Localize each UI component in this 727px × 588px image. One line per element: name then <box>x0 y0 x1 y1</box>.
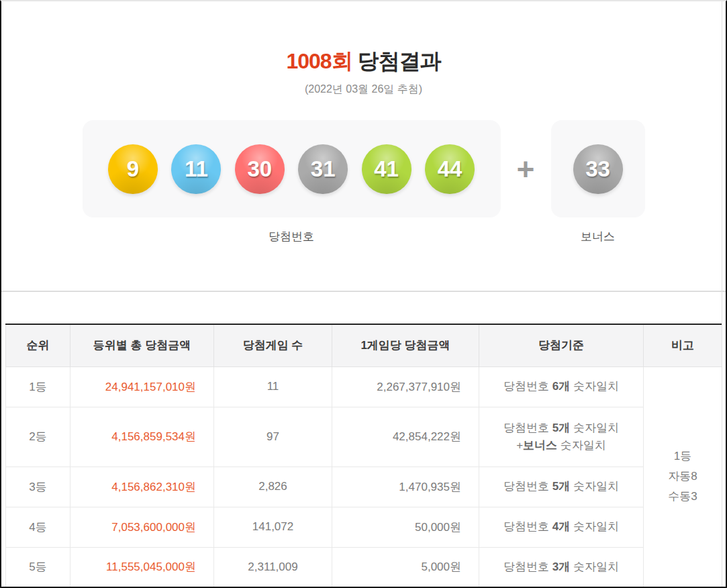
cell-criteria: 당첨번호 3개 숫자일치 <box>479 547 644 587</box>
table-row: 2등4,156,859,534원9742,854,222원당첨번호 5개 숫자일… <box>6 407 722 467</box>
cell-games: 141,072 <box>214 507 332 547</box>
cell-games: 2,311,009 <box>214 547 332 587</box>
bonus-ball-33: 33 <box>573 144 623 194</box>
table-row: 4등7,053,600,000원141,07250,000원당첨번호 4개 숫자… <box>6 507 722 547</box>
cell-amount-per: 50,000원 <box>332 507 479 547</box>
result-header: 1008회 당첨결과 (2022년 03월 26일 추첨) <box>1 1 726 95</box>
cell-amount-total: 7,053,600,000원 <box>70 507 214 547</box>
winning-ball-30: 30 <box>235 144 285 194</box>
column-header-3: 1게임당 당첨금액 <box>332 324 479 366</box>
cell-criteria: 당첨번호 5개 숫자일치+보너스 숫자일치 <box>479 407 644 467</box>
table-row: 5등11,555,045,000원2,311,0095,000원당첨번호 3개 … <box>6 547 722 587</box>
round-number: 1008회 <box>286 49 352 73</box>
cell-amount-per: 2,267,377,910원 <box>332 366 479 407</box>
page-title: 1008회 당첨결과 <box>1 48 726 74</box>
column-header-4: 당첨기준 <box>479 324 644 366</box>
plus-wrap: + <box>501 154 551 185</box>
cell-amount-per: 42,854,222원 <box>332 407 479 467</box>
column-header-2: 당첨게임 수 <box>214 324 332 366</box>
cell-note: 1등자동8수동3 <box>644 366 722 587</box>
ball-labels-row: 당첨번호 보너스 <box>1 229 726 244</box>
winning-ball-9: 9 <box>108 144 158 194</box>
bonus-label: 보너스 <box>551 229 645 244</box>
winning-numbers-box: 91130314144 <box>83 120 501 217</box>
cell-criteria: 당첨번호 6개 숫자일치 <box>479 366 644 407</box>
draw-date: (2022년 03월 26일 추첨) <box>1 83 726 95</box>
cell-criteria: 당첨번호 4개 숫자일치 <box>479 507 644 547</box>
cell-rank: 3등 <box>6 467 70 507</box>
cell-games: 2,826 <box>214 467 332 507</box>
cell-rank: 4등 <box>6 507 70 547</box>
prize-table-body: 1등24,941,157,010원112,267,377,910원당첨번호 6개… <box>6 366 722 587</box>
section-divider <box>1 291 726 292</box>
bonus-box: 33 <box>551 120 645 217</box>
winning-ball-44: 44 <box>425 144 475 194</box>
cell-rank: 2등 <box>6 407 70 467</box>
winning-ball-41: 41 <box>362 144 411 194</box>
winning-ball-31: 31 <box>298 144 348 194</box>
cell-amount-total: 4,156,859,534원 <box>70 407 214 467</box>
cell-amount-total: 11,555,045,000원 <box>70 547 214 587</box>
table-row: 3등4,156,862,310원2,8261,470,935원당첨번호 5개 숫… <box>6 467 722 507</box>
cell-amount-total: 24,941,157,010원 <box>70 366 214 407</box>
cell-rank: 1등 <box>6 366 70 407</box>
column-header-1: 등위별 총 당첨금액 <box>70 324 214 366</box>
column-header-0: 순위 <box>6 324 70 366</box>
winning-ball-11: 11 <box>171 144 221 194</box>
page-right-border-line <box>722 1 722 587</box>
cell-amount-per: 1,470,935원 <box>332 467 479 507</box>
draw-numbers-section: 91130314144 + 33 <box>1 120 726 217</box>
winning-numbers-label: 당첨번호 <box>83 229 501 244</box>
title-text: 당첨결과 <box>352 49 441 73</box>
cell-criteria: 당첨번호 5개 숫자일치 <box>479 467 644 507</box>
column-header-5: 비고 <box>644 324 722 366</box>
table-row: 1등24,941,157,010원112,267,377,910원당첨번호 6개… <box>6 366 722 407</box>
prize-table-header-row: 순위등위별 총 당첨금액당첨게임 수1게임당 당첨금액당첨기준비고 <box>6 324 722 366</box>
cell-games: 97 <box>214 407 332 467</box>
cell-amount-total: 4,156,862,310원 <box>70 467 214 507</box>
cell-amount-per: 5,000원 <box>332 547 479 587</box>
prize-table: 순위등위별 총 당첨금액당첨게임 수1게임당 당첨금액당첨기준비고 1등24,9… <box>5 324 722 588</box>
cell-games: 11 <box>214 366 332 407</box>
plus-icon: + <box>517 152 535 187</box>
cell-rank: 5등 <box>6 547 70 587</box>
label-gap <box>501 229 551 244</box>
